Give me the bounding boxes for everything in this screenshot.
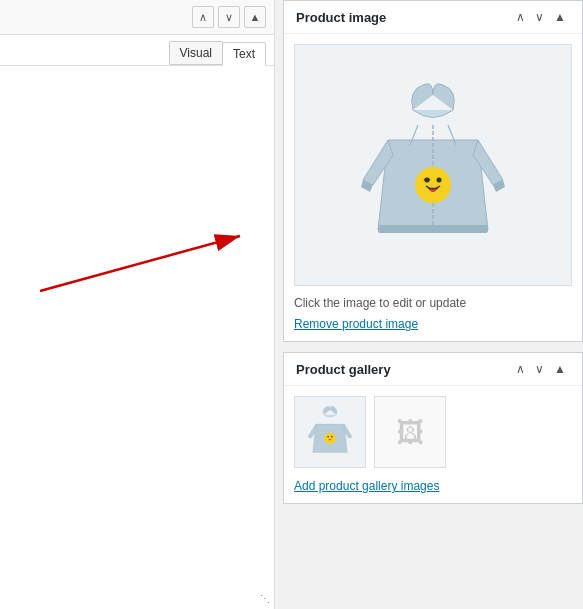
product-image-collapse-btn[interactable]: ▲ xyxy=(550,9,570,25)
gallery-hoodie-svg xyxy=(300,402,360,462)
gallery-placeholder-icon: 🖼 xyxy=(396,416,424,449)
hoodie-svg xyxy=(358,70,508,260)
product-gallery-controls: ∧ ∨ ▲ xyxy=(512,361,570,377)
right-panel: Product image ∧ ∨ ▲ xyxy=(275,0,583,609)
svg-rect-3 xyxy=(378,225,488,233)
editor-footer: ⋱ xyxy=(256,586,274,609)
product-image-down-btn[interactable]: ∨ xyxy=(531,9,548,25)
image-edit-caption: Click the image to edit or update xyxy=(294,296,572,310)
product-gallery-title: Product gallery xyxy=(296,362,391,377)
svg-line-1 xyxy=(40,236,240,291)
product-gallery-body: 🖼 Add product gallery images xyxy=(284,386,582,503)
left-editor-panel: ∧ ∨ ▲ Visual Text ⋱ xyxy=(0,0,275,609)
svg-point-6 xyxy=(437,178,442,183)
gallery-image-list: 🖼 xyxy=(294,396,572,468)
gallery-thumb-1[interactable] xyxy=(294,396,366,468)
product-image-controls: ∧ ∨ ▲ xyxy=(512,9,570,25)
product-gallery-metabox: Product gallery ∧ ∨ ▲ xyxy=(283,352,583,504)
product-image-title: Product image xyxy=(296,10,386,25)
product-image-body: Click the image to edit or update Remove… xyxy=(284,34,582,341)
product-image-up-btn[interactable]: ∧ xyxy=(512,9,529,25)
editor-content-area[interactable] xyxy=(0,66,274,346)
red-arrow-indicator xyxy=(30,221,260,301)
toolbar-up-button[interactable]: ∧ xyxy=(192,6,214,28)
editor-tab-bar: Visual Text xyxy=(0,35,274,66)
svg-point-10 xyxy=(327,436,329,438)
svg-point-11 xyxy=(331,436,333,438)
gallery-up-btn[interactable]: ∧ xyxy=(512,361,529,377)
tab-visual[interactable]: Visual xyxy=(169,41,222,65)
product-image-metabox: Product image ∧ ∨ ▲ xyxy=(283,0,583,342)
toolbar-collapse-button[interactable]: ▲ xyxy=(244,6,266,28)
product-gallery-header: Product gallery ∧ ∨ ▲ xyxy=(284,353,582,386)
gallery-down-btn[interactable]: ∨ xyxy=(531,361,548,377)
svg-point-9 xyxy=(324,433,335,444)
gallery-collapse-btn[interactable]: ▲ xyxy=(550,361,570,377)
hoodie-image xyxy=(295,45,571,285)
product-image-clickable[interactable] xyxy=(294,44,572,286)
svg-point-4 xyxy=(415,167,451,203)
tab-text[interactable]: Text xyxy=(222,42,266,66)
remove-product-image-link[interactable]: Remove product image xyxy=(294,317,418,331)
product-image-header: Product image ∧ ∨ ▲ xyxy=(284,1,582,34)
resize-handle-icon[interactable]: ⋱ xyxy=(260,593,270,604)
editor-toolbar: ∧ ∨ ▲ xyxy=(0,0,274,35)
toolbar-down-button[interactable]: ∨ xyxy=(218,6,240,28)
add-gallery-images-link[interactable]: Add product gallery images xyxy=(294,479,439,493)
gallery-thumb-2[interactable]: 🖼 xyxy=(374,396,446,468)
